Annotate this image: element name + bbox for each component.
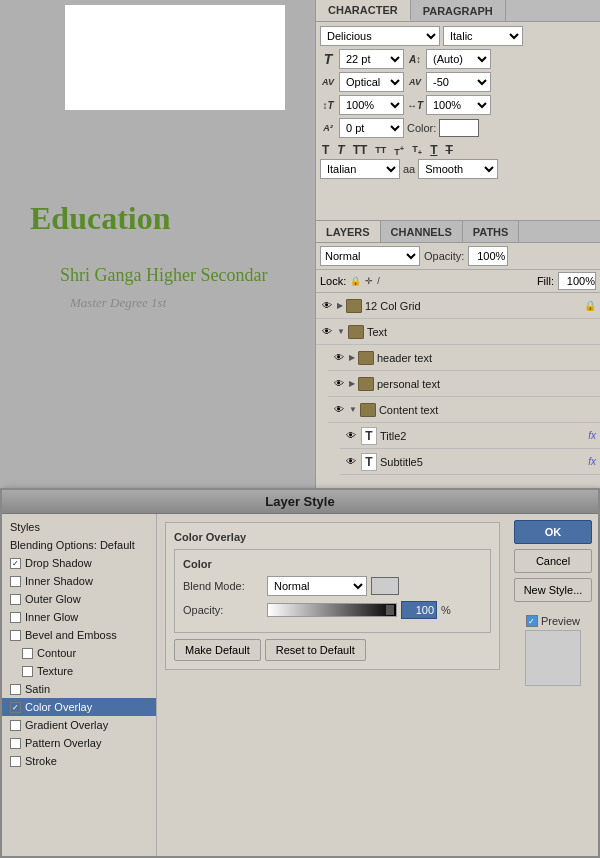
layer-header-text[interactable]: 👁 ▶ header text <box>328 345 600 371</box>
color-overlay-section: Color Overlay Color Blend Mode: Normal O… <box>165 522 500 670</box>
layer-personal-text[interactable]: 👁 ▶ personal text <box>328 371 600 397</box>
tt-smallcaps[interactable]: TT <box>373 145 388 155</box>
tt-allcaps[interactable]: TT <box>351 143 370 157</box>
layer-title2[interactable]: 👁 T Title2 fx <box>340 423 600 449</box>
tt-sub[interactable]: T+ <box>410 144 424 157</box>
ok-button[interactable]: OK <box>514 520 592 544</box>
gradient-overlay-checkbox[interactable] <box>10 720 21 731</box>
expand-arrow[interactable]: ▶ <box>349 353 355 362</box>
tt-strikethrough[interactable]: T <box>443 143 454 157</box>
baseline-select[interactable]: 0 pt <box>339 118 404 138</box>
outer-glow-label: Outer Glow <box>25 593 81 605</box>
color-blend-mode-select[interactable]: Normal <box>267 576 367 596</box>
tt-italic[interactable]: T <box>335 143 346 157</box>
preview-label: Preview <box>541 615 580 627</box>
color-swatch[interactable] <box>439 119 479 137</box>
locked-icon: 🔒 <box>584 300 596 311</box>
visibility-icon[interactable]: 👁 <box>344 429 358 443</box>
visibility-icon[interactable]: 👁 <box>320 325 334 339</box>
fill-input[interactable] <box>558 272 596 290</box>
expand-arrow[interactable]: ▶ <box>337 301 343 310</box>
layer-subtitle5[interactable]: 👁 T Subtitle5 fx <box>340 449 600 475</box>
tt-underline[interactable]: T <box>428 143 439 157</box>
styles-item-contour[interactable]: Contour <box>2 644 156 662</box>
scale-v-select[interactable]: 100% <box>339 95 404 115</box>
tracking-select[interactable]: -50 <box>426 72 491 92</box>
position-icon[interactable]: ✛ <box>365 276 373 286</box>
tt-super[interactable]: T+ <box>392 144 406 157</box>
antialiasing-select[interactable]: Smooth <box>418 159 498 179</box>
styles-item-gradient-overlay[interactable]: Gradient Overlay <box>2 716 156 734</box>
layer-text[interactable]: 👁 ▼ Text <box>316 319 600 345</box>
styles-item-satin[interactable]: Satin <box>2 680 156 698</box>
layer-12col[interactable]: 👁 ▶ 12 Col Grid 🔒 <box>316 293 600 319</box>
tab-layers[interactable]: LAYERS <box>316 221 381 242</box>
styles-item-blending[interactable]: Blending Options: Default <box>2 536 156 554</box>
bevel-emboss-checkbox[interactable] <box>10 630 21 641</box>
satin-checkbox[interactable] <box>10 684 21 695</box>
fill-label: Fill: <box>537 275 554 287</box>
styles-item-drop-shadow[interactable]: ✓ Drop Shadow <box>2 554 156 572</box>
tt-bold[interactable]: T <box>320 143 331 157</box>
styles-item-stroke[interactable]: Stroke <box>2 752 156 770</box>
visibility-icon[interactable]: 👁 <box>344 455 358 469</box>
styles-label: Styles <box>10 521 40 533</box>
visibility-icon[interactable]: 👁 <box>332 403 346 417</box>
percent-label: % <box>441 604 451 616</box>
new-style-button[interactable]: New Style... <box>514 578 592 602</box>
texture-checkbox[interactable] <box>22 666 33 677</box>
make-default-button[interactable]: Make Default <box>174 639 261 661</box>
pattern-overlay-checkbox[interactable] <box>10 738 21 749</box>
expand-arrow[interactable]: ▼ <box>349 405 357 414</box>
font-style-select[interactable]: Italic <box>443 26 523 46</box>
layer-content-text[interactable]: 👁 ▼ Content text <box>328 397 600 423</box>
stroke-checkbox[interactable] <box>10 756 21 767</box>
styles-item-bevel-emboss[interactable]: Bevel and Emboss <box>2 626 156 644</box>
folder-icon <box>348 325 364 339</box>
preview-checkbox[interactable]: ✓ <box>526 615 538 627</box>
styles-item-inner-glow[interactable]: Inner Glow <box>2 608 156 626</box>
styles-item-pattern-overlay[interactable]: Pattern Overlay <box>2 734 156 752</box>
font-size-select[interactable]: 22 pt <box>339 49 404 69</box>
lock-label: Lock: <box>320 275 346 287</box>
font-family-select[interactable]: Delicious <box>320 26 440 46</box>
inner-glow-checkbox[interactable] <box>10 612 21 623</box>
visibility-icon[interactable]: 👁 <box>332 377 346 391</box>
lock-icon[interactable]: 🔒 <box>350 276 361 286</box>
styles-item-texture[interactable]: Texture <box>2 662 156 680</box>
reset-to-default-button[interactable]: Reset to Default <box>265 639 366 661</box>
visibility-icon[interactable]: 👁 <box>332 351 346 365</box>
scale-h-select[interactable]: 100% <box>426 95 491 115</box>
outer-glow-checkbox[interactable] <box>10 594 21 605</box>
opacity-input[interactable] <box>468 246 508 266</box>
opacity-slider[interactable] <box>267 603 397 617</box>
blend-mode-select[interactable]: Normal <box>320 246 420 266</box>
bevel-emboss-label: Bevel and Emboss <box>25 629 117 641</box>
pixel-icon[interactable]: / <box>377 276 380 286</box>
styles-item-styles[interactable]: Styles <box>2 518 156 536</box>
opacity-value-input[interactable] <box>401 601 437 619</box>
cancel-button[interactable]: Cancel <box>514 549 592 573</box>
expand-arrow[interactable]: ▶ <box>349 379 355 388</box>
school-name: Shri Ganga Higher Secondar <box>60 265 267 286</box>
kerning-select[interactable]: Optical <box>339 72 404 92</box>
tab-character[interactable]: CHARACTER <box>316 0 411 21</box>
drop-shadow-checkbox[interactable]: ✓ <box>10 558 21 569</box>
styles-item-outer-glow[interactable]: Outer Glow <box>2 590 156 608</box>
visibility-icon[interactable]: 👁 <box>320 299 334 313</box>
tab-channels[interactable]: CHANNELS <box>381 221 463 242</box>
color-overlay-swatch[interactable] <box>371 577 399 595</box>
styles-item-inner-shadow[interactable]: Inner Shadow <box>2 572 156 590</box>
styles-item-color-overlay[interactable]: ✓ Color Overlay <box>2 698 156 716</box>
color-overlay-checkbox[interactable]: ✓ <box>10 702 21 713</box>
tab-paths[interactable]: PATHS <box>463 221 520 242</box>
leading-select[interactable]: (Auto) <box>426 49 491 69</box>
drop-shadow-label: Drop Shadow <box>25 557 92 569</box>
scale-v-icon: ↕T <box>320 97 336 113</box>
contour-checkbox[interactable] <box>22 648 33 659</box>
language-select[interactable]: Italian <box>320 159 400 179</box>
inner-shadow-checkbox[interactable] <box>10 576 21 587</box>
text-layer-icon: T <box>361 453 377 471</box>
tab-paragraph[interactable]: PARAGRAPH <box>411 0 506 21</box>
expand-arrow[interactable]: ▼ <box>337 327 345 336</box>
